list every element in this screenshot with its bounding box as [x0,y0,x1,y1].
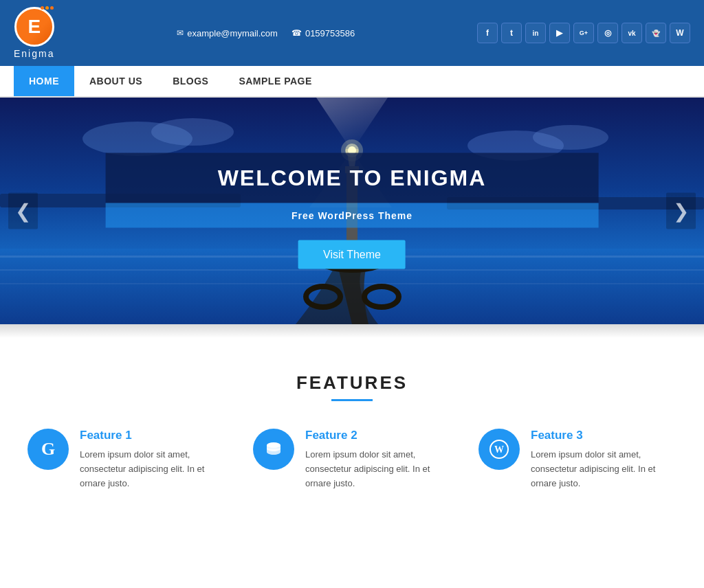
logo-area: E Enigma [14,7,54,59]
features-section: FEATURES G Feature 1 Lorem ipsum dolor s… [0,338,704,518]
phone-value: 0159753586 [305,28,355,38]
feature-3-desc: Lorem ipsum dolor sit amet, consectetur … [531,448,676,490]
features-underline [331,399,373,401]
phone-contact: ☎ 0159753586 [292,28,355,38]
top-bar-right: f t in ▶ G+ ◎ vk 👻 W [477,23,690,43]
hero-shadow [0,324,704,338]
email-icon: ✉ [177,28,184,38]
svg-text:W: W [494,444,504,455]
hero-title-bg: WELCOME TO ENIGMA [106,153,599,203]
snapchat-icon[interactable]: 👻 [646,23,666,43]
feature-item-1: G Feature 1 Lorem ipsum dolor sit amet, … [28,429,226,490]
svg-point-4 [533,125,608,150]
twitter-icon[interactable]: t [501,23,522,43]
logo-circle: E [14,7,54,47]
youtube-icon[interactable]: ▶ [549,23,570,43]
feature-1-icon: G [28,429,69,470]
features-grid: G Feature 1 Lorem ipsum dolor sit amet, … [28,429,676,490]
vk-icon[interactable]: vk [622,23,642,43]
hero-overlay: WELCOME TO ENIGMA Free WordPress Theme V… [106,153,599,269]
svg-point-2 [151,118,234,146]
phone-icon: ☎ [292,28,302,38]
linkedin-icon[interactable]: in [525,23,546,43]
feature-2-desc: Lorem ipsum dolor sit amet, consectetur … [305,448,451,490]
logo-text: Enigma [14,48,54,59]
top-bar: E Enigma ✉ example@mymail.com ☎ 01597535… [0,0,704,66]
email-contact: ✉ example@mymail.com [177,28,278,38]
google-plus-icon[interactable]: G+ [573,23,594,43]
logo-letter: E [28,16,41,38]
visit-theme-button[interactable]: Visit Theme [298,240,406,269]
hero-slider: WELCOME TO ENIGMA Free WordPress Theme V… [0,98,704,324]
feature-2-title: Feature 2 [305,429,451,442]
nav-item-about[interactable]: ABOUT US [74,66,157,96]
feature-item-3: W Feature 3 Lorem ipsum dolor sit amet, … [478,429,676,490]
whatsapp-icon[interactable]: W [670,23,690,43]
facebook-icon[interactable]: f [477,23,498,43]
nav-item-home[interactable]: HOME [14,66,74,96]
feature-1-content: Feature 1 Lorem ipsum dolor sit amet, co… [80,429,226,490]
features-title-area: FEATURES [28,372,676,401]
nav-item-blogs[interactable]: BLOGS [157,66,223,96]
slider-next-button[interactable]: ❯ [666,193,696,229]
nav-item-sample[interactable]: SAMPLE PAGE [223,66,327,96]
feature-3-icon: W [478,429,520,470]
instagram-icon[interactable]: ◎ [597,23,618,43]
feature-3-content: Feature 3 Lorem ipsum dolor sit amet, co… [531,429,676,490]
logo[interactable]: E Enigma [14,7,54,59]
feature-1-title: Feature 1 [80,429,226,442]
feature-3-title: Feature 3 [531,429,676,442]
hero-button-wrap: Visit Theme [106,240,599,269]
feature-1-desc: Lorem ipsum dolor sit amet, consectetur … [80,448,226,490]
feature-item-2: Feature 2 Lorem ipsum dolor sit amet, co… [253,429,451,490]
nav-bar: HOME ABOUT US BLOGS SAMPLE PAGE [0,66,704,98]
contact-info: ✉ example@mymail.com ☎ 0159753586 [177,28,355,38]
wordpress-icon: W [489,439,509,460]
email-value: example@mymail.com [187,28,278,38]
social-icons-row: f t in ▶ G+ ◎ vk 👻 W [477,23,690,43]
features-heading: FEATURES [28,372,676,394]
feature-2-content: Feature 2 Lorem ipsum dolor sit amet, co… [305,429,451,490]
slider-prev-button[interactable]: ❮ [8,193,38,229]
hero-subtitle-bg: Free WordPress Theme [106,203,599,228]
hero-title: WELCOME TO ENIGMA [133,166,571,191]
feature-2-icon [253,429,294,470]
logo-dots [41,6,54,10]
hero-subtitle: Free WordPress Theme [133,210,571,221]
database-icon [264,440,283,459]
